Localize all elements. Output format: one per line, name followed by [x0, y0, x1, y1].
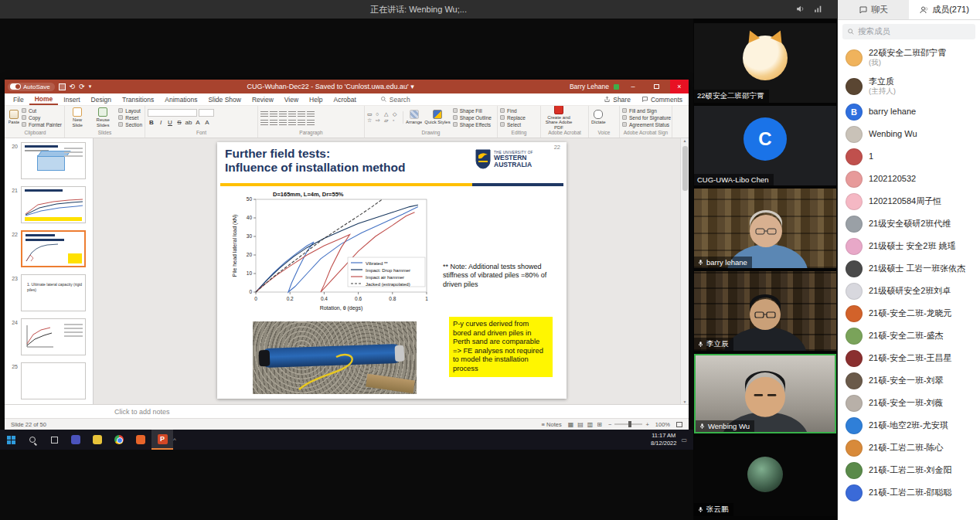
- start-button[interactable]: [0, 430, 22, 450]
- paragraph-format-icon[interactable]: [288, 110, 296, 117]
- notes-button[interactable]: ≡ Notes: [542, 421, 562, 428]
- ribbon-tab-file[interactable]: File: [8, 93, 29, 105]
- ribbon-tab-review[interactable]: Review: [247, 93, 279, 105]
- paragraph-format-icon[interactable]: [307, 119, 315, 125]
- notification-center-icon[interactable]: ▭: [681, 437, 687, 444]
- video-tile[interactable]: 张云鹏: [694, 437, 836, 516]
- shape-fill-button[interactable]: Shape Fill: [453, 108, 492, 114]
- slide-thumbnail-23[interactable]: 1. Ultimate lateral capacity (rigid pile…: [21, 274, 86, 311]
- member-row[interactable]: 21硕-工岩二班-陈心: [838, 437, 980, 459]
- agreement-status-button[interactable]: Agreement Status: [622, 122, 671, 127]
- tab-members[interactable]: 成员(271): [909, 0, 980, 19]
- ribbon-tab-animations[interactable]: Animations: [159, 93, 202, 105]
- bold-icon[interactable]: B: [148, 119, 155, 126]
- app-powerpoint[interactable]: P: [151, 430, 173, 450]
- member-row[interactable]: 21硕-安全一班-刘薇: [838, 392, 980, 414]
- member-row[interactable]: 21级安全硕研2班代维: [838, 212, 980, 235]
- slide-editing-area[interactable]: 22 Further field tests: Influence of ins…: [217, 142, 567, 399]
- ribbon-search[interactable]: Search: [380, 96, 410, 104]
- paste-button[interactable]: Paste: [9, 110, 19, 124]
- member-search-input[interactable]: 搜索成员: [842, 24, 975, 39]
- dictate-button[interactable]: Dictate: [591, 110, 606, 124]
- network-signal-icon[interactable]: [813, 4, 823, 14]
- zoom-control[interactable]: − +: [608, 421, 649, 428]
- find-button[interactable]: Find: [500, 108, 526, 114]
- shapes-gallery[interactable]: ▭○△◇☆⇨▱◦: [367, 111, 403, 124]
- arrange-button[interactable]: Arrange: [406, 110, 422, 124]
- slide-thumbnail-20[interactable]: [21, 142, 86, 179]
- cut-button[interactable]: Cut: [22, 108, 62, 114]
- reset-button[interactable]: Reset: [118, 115, 142, 121]
- video-tile[interactable]: CCUG-UWA-Libo Chen: [694, 106, 836, 185]
- member-row[interactable]: 21硕-安全一班-刘翠: [838, 369, 980, 392]
- slideshow-icon[interactable]: ⊞: [597, 421, 602, 428]
- app-chrome[interactable]: [108, 430, 130, 450]
- app-firefox[interactable]: [130, 430, 151, 450]
- character-spacing-icon[interactable]: ab: [185, 119, 192, 126]
- underline-icon[interactable]: U: [166, 119, 174, 126]
- font-name-box[interactable]: [148, 109, 197, 117]
- strikethrough-icon[interactable]: S: [175, 119, 183, 126]
- paragraph-format-icon[interactable]: [270, 110, 277, 117]
- paragraph-format-icon[interactable]: [279, 110, 287, 117]
- fit-to-window-icon[interactable]: [676, 422, 682, 427]
- member-row[interactable]: 1202120584周子恒: [838, 190, 980, 212]
- member-row[interactable]: 21硕-工岩二班-邵聪聪: [838, 481, 980, 504]
- maximize-button[interactable]: [647, 80, 665, 93]
- share-button[interactable]: Share: [604, 96, 631, 104]
- redo-icon[interactable]: ⟳: [79, 83, 85, 90]
- ribbon-tab-slide-show[interactable]: Slide Show: [202, 93, 247, 105]
- tray-chevron-icon[interactable]: ^: [173, 437, 176, 444]
- shape-icon[interactable]: ☆: [367, 117, 375, 124]
- shape-icon[interactable]: △: [384, 111, 392, 117]
- shape-icon[interactable]: ◇: [393, 111, 400, 117]
- member-row[interactable]: Bbarry lehane: [838, 100, 980, 123]
- format-painter-button[interactable]: Format Painter: [22, 122, 62, 127]
- paragraph-format-icon[interactable]: [288, 119, 296, 125]
- select-button[interactable]: Select: [500, 122, 526, 127]
- volume-icon[interactable]: [795, 4, 805, 14]
- member-row[interactable]: 21硕-安全二班-盛杰: [838, 325, 980, 347]
- paragraph-format-icon[interactable]: [260, 110, 268, 117]
- new-slide-button[interactable]: New Slide: [67, 107, 87, 127]
- member-row[interactable]: 1202120532: [838, 168, 980, 190]
- zoom-slider[interactable]: [614, 423, 642, 425]
- normal-view-icon[interactable]: ▦: [568, 421, 574, 428]
- font-size-box[interactable]: [199, 109, 214, 117]
- undo-icon[interactable]: ⟲: [70, 83, 76, 90]
- zoom-in-icon[interactable]: +: [645, 421, 648, 428]
- member-row[interactable]: 1: [838, 145, 980, 168]
- app-mail[interactable]: [87, 430, 108, 450]
- account-name[interactable]: Barry Lehane: [570, 83, 609, 90]
- vertical-scrollbar[interactable]: ▲ ▼: [680, 138, 689, 404]
- member-row[interactable]: 21级硕研安全2班刘卓: [838, 280, 980, 302]
- italic-icon[interactable]: I: [157, 119, 165, 126]
- slide-thumbnail-25[interactable]: [21, 362, 86, 399]
- task-view-button[interactable]: [43, 430, 65, 450]
- paragraph-format-icon[interactable]: [307, 110, 315, 117]
- paragraph-format-icon[interactable]: [298, 110, 305, 117]
- member-row[interactable]: 21硕-工岩二班-刘金阳: [838, 459, 980, 481]
- save-icon[interactable]: [59, 83, 66, 90]
- reading-view-icon[interactable]: ▥: [587, 421, 594, 428]
- ribbon-tab-view[interactable]: View: [279, 93, 304, 105]
- paragraph-format-icon[interactable]: [270, 119, 277, 125]
- paragraph-format-icon[interactable]: [260, 119, 268, 125]
- minimize-button[interactable]: –: [624, 80, 642, 93]
- ribbon-tab-transitions[interactable]: Transitions: [117, 93, 159, 105]
- grow-font-icon[interactable]: A: [194, 119, 202, 126]
- app-teams[interactable]: [65, 430, 87, 450]
- shape-icon[interactable]: ▱: [384, 117, 392, 124]
- shape-outline-button[interactable]: Shape Outline: [453, 115, 492, 121]
- video-tile[interactable]: 22硕安全二班邵宁霄: [694, 23, 836, 103]
- slide-thumbnail-21[interactable]: [21, 186, 86, 223]
- section-button[interactable]: Section: [118, 122, 142, 127]
- create-and-share-adobe-pdf-button[interactable]: Create and Share Adobe PDF: [543, 106, 574, 129]
- notes-pane[interactable]: Click to add notes: [5, 404, 689, 418]
- member-row[interactable]: Wenbing Wu: [838, 123, 980, 145]
- shape-icon[interactable]: ○: [376, 111, 383, 117]
- taskbar-clock[interactable]: 11:17 AM 8/12/2022: [651, 432, 676, 447]
- tab-chat[interactable]: 聊天: [838, 0, 909, 19]
- shape-icon[interactable]: ⇨: [376, 117, 383, 124]
- layout-button[interactable]: Layout: [118, 108, 142, 114]
